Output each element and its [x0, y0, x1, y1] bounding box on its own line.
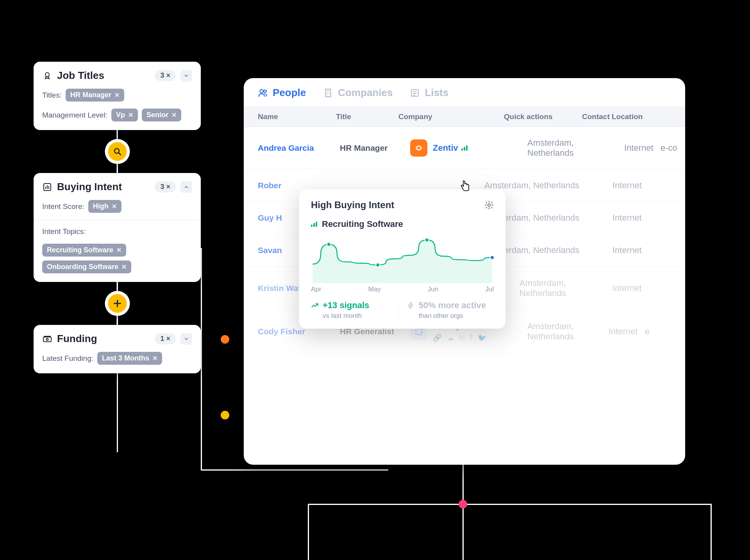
building-icon: [323, 88, 333, 98]
contact-location: Amsterdam, Netherlands: [484, 180, 609, 191]
svg-point-10: [488, 204, 490, 206]
industry-label: Internet: [612, 245, 671, 255]
filter-label: Intent Score:: [42, 202, 84, 211]
filter-label: Intent Topics:: [42, 227, 86, 236]
stat-activity: 50% more active: [407, 300, 486, 310]
th-location: Contact Location: [582, 112, 671, 121]
industry-label: Internet: [612, 213, 671, 223]
trend-up-icon: [311, 301, 319, 309]
signal-icon: [461, 145, 468, 151]
tab-label: Companies: [338, 87, 393, 99]
filter-count[interactable]: 3 ×: [155, 70, 176, 81]
filter-tag[interactable]: Vp✕: [111, 109, 138, 121]
filter-card-job-titles: Job Titles 3 × Titles: HR Manager✕ Manag…: [34, 62, 201, 130]
close-icon: ✕: [121, 263, 127, 271]
contact-location: Amsterdam, Netherlands: [527, 138, 620, 158]
industry-label: Internet: [624, 143, 654, 153]
company-cell[interactable]: Zentiv: [410, 139, 523, 157]
tick-label: Jun: [428, 285, 438, 293]
signal-icon: [311, 221, 317, 227]
tick-label: Apr: [311, 285, 321, 293]
svg-point-13: [425, 238, 429, 242]
table-header: Name Title Company Quick actions Contact…: [244, 107, 685, 127]
filter-card-buying-intent: Buying Intent 3 × Intent Score: High✕ In…: [34, 173, 201, 282]
close-icon: ✕: [114, 91, 120, 99]
social-icons[interactable]: 🔗☁︎inf🐦: [433, 334, 486, 342]
tab-people[interactable]: People: [258, 87, 306, 99]
cloud-icon: ☁︎: [447, 334, 454, 342]
close-icon: ✕: [128, 111, 133, 119]
svg-point-5: [260, 89, 263, 93]
tick-label: May: [368, 285, 381, 293]
intent-popover: High Buying Intent Recruiting Software A…: [299, 189, 506, 329]
filter-card-funding: Funding 1 × Latest Funding: Last 3 Month…: [34, 325, 201, 373]
filter-tag[interactable]: Senior✕: [142, 109, 181, 121]
popover-title: High Buying Intent: [311, 200, 394, 210]
filter-tag[interactable]: Last 3 Months✕: [97, 352, 162, 365]
tab-companies[interactable]: Companies: [323, 87, 393, 99]
link-icon: 🔗: [433, 334, 441, 342]
gear-icon[interactable]: [484, 200, 494, 210]
list-icon: [410, 88, 420, 98]
facebook-icon: f: [470, 334, 472, 342]
filter-title: Buying Intent: [57, 181, 150, 193]
filter-label: Management Level:: [42, 111, 107, 119]
plus-icon: [112, 299, 122, 308]
filter-title: Job Titles: [57, 70, 150, 82]
bar-chart-icon: [42, 182, 52, 192]
person-name[interactable]: Andrea Garcia: [258, 143, 336, 153]
svg-rect-9: [416, 329, 422, 335]
pointer-cursor-icon: [459, 180, 471, 193]
th-name: Name: [258, 112, 332, 121]
tab-label: Lists: [425, 87, 448, 99]
svg-point-11: [327, 243, 331, 246]
twitter-icon: 🐦: [478, 334, 486, 342]
search-icon: [112, 147, 122, 156]
table-row[interactable]: Andrea Garcia HR Manager Zentiv Amsterda…: [244, 127, 685, 169]
svg-point-14: [490, 255, 494, 259]
industry-label: Internet: [612, 180, 671, 191]
close-icon: ✕: [152, 355, 157, 362]
filter-count[interactable]: 3 ×: [155, 181, 176, 193]
th-title: Title: [336, 112, 395, 121]
th-quick-actions: Quick actions: [504, 112, 578, 121]
tab-lists[interactable]: Lists: [410, 87, 448, 99]
svg-point-0: [45, 73, 49, 77]
medal-icon: [42, 71, 52, 81]
stat-sub: than other orgs: [407, 312, 463, 320]
person-title: HR Manager: [340, 143, 406, 153]
th-company: Company: [398, 112, 500, 121]
chevron-up-icon[interactable]: [180, 181, 192, 193]
filter-label: Titles:: [42, 91, 62, 100]
node-add[interactable]: [105, 291, 130, 316]
filter-title: Funding: [57, 333, 150, 345]
bolt-icon: [407, 301, 415, 309]
company-logo: [410, 139, 427, 157]
filter-tag[interactable]: Recruiting Software✕: [42, 244, 126, 257]
chevron-down-icon[interactable]: [180, 70, 192, 82]
tab-label: People: [273, 87, 306, 99]
stat-sub: vs last month: [311, 312, 362, 320]
filter-tag[interactable]: HR Manager✕: [66, 89, 124, 102]
contact-location: Amsterdam, Netherlands: [527, 321, 605, 342]
filter-count[interactable]: 1 ×: [155, 333, 176, 344]
linkedin-icon: in: [459, 334, 465, 342]
svg-point-6: [264, 90, 266, 93]
filter-label: Latest Funding:: [42, 354, 93, 363]
tick-label: Jul: [485, 285, 494, 293]
close-icon: ✕: [116, 246, 121, 254]
node-search[interactable]: [105, 139, 130, 164]
intent-chart: Apr May Jun Jul: [311, 236, 494, 293]
topic-label: Recruiting Software: [322, 219, 403, 229]
contact-location: Amsterdam, Netherlands: [520, 278, 609, 298]
filter-tag[interactable]: Onboarding Software✕: [42, 260, 131, 273]
close-icon: ✕: [171, 111, 177, 119]
people-icon: [258, 88, 268, 98]
chevron-down-icon[interactable]: [180, 333, 192, 345]
svg-point-12: [376, 263, 380, 267]
industry-label: Internet: [612, 283, 671, 293]
industry-label: Internet: [609, 326, 638, 336]
filter-tag[interactable]: High✕: [88, 200, 121, 213]
svg-rect-3: [43, 337, 51, 342]
svg-rect-7: [326, 89, 331, 97]
